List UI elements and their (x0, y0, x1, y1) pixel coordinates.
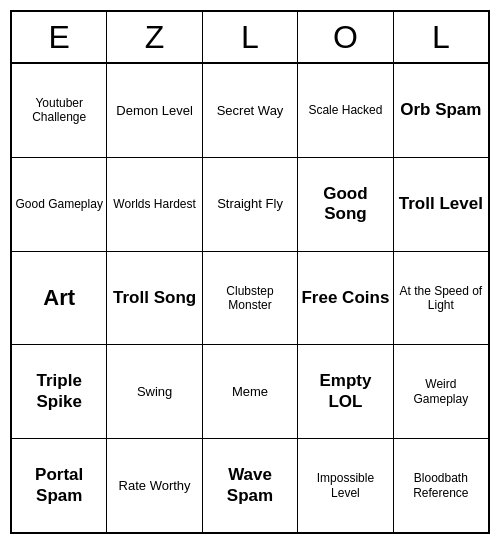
bingo-cell-3-2: Meme (203, 345, 298, 438)
bingo-cell-3-0: Triple Spike (12, 345, 107, 438)
bingo-cell-2-3: Free Coins (298, 252, 393, 345)
bingo-cell-1-2: Straight Fly (203, 158, 298, 251)
bingo-body: Youtuber ChallengeDemon LevelSecret WayS… (12, 64, 488, 532)
bingo-row-1: Good GameplayWorlds HardestStraight FlyG… (12, 158, 488, 252)
bingo-cell-0-4: Orb Spam (394, 64, 488, 157)
bingo-cell-4-4: Bloodbath Reference (394, 439, 488, 532)
bingo-cell-3-3: Empty LOL (298, 345, 393, 438)
bingo-cell-1-0: Good Gameplay (12, 158, 107, 251)
bingo-cell-2-2: Clubstep Monster (203, 252, 298, 345)
header-col-2: L (203, 12, 298, 64)
bingo-cell-1-3: Good Song (298, 158, 393, 251)
bingo-cell-0-1: Demon Level (107, 64, 202, 157)
bingo-cell-2-1: Troll Song (107, 252, 202, 345)
bingo-card: EZLOL Youtuber ChallengeDemon LevelSecre… (10, 10, 490, 534)
bingo-cell-2-0: Art (12, 252, 107, 345)
bingo-row-2: ArtTroll SongClubstep MonsterFree CoinsA… (12, 252, 488, 346)
bingo-cell-0-2: Secret Way (203, 64, 298, 157)
bingo-cell-3-1: Swing (107, 345, 202, 438)
bingo-cell-4-1: Rate Worthy (107, 439, 202, 532)
header-col-1: Z (107, 12, 202, 64)
bingo-cell-0-3: Scale Hacked (298, 64, 393, 157)
bingo-row-0: Youtuber ChallengeDemon LevelSecret WayS… (12, 64, 488, 158)
bingo-cell-3-4: Weird Gameplay (394, 345, 488, 438)
header-col-4: L (394, 12, 488, 64)
bingo-cell-4-0: Portal Spam (12, 439, 107, 532)
header-col-0: E (12, 12, 107, 64)
header-col-3: O (298, 12, 393, 64)
bingo-cell-4-3: Impossible Level (298, 439, 393, 532)
bingo-cell-2-4: At the Speed of Light (394, 252, 488, 345)
bingo-cell-1-1: Worlds Hardest (107, 158, 202, 251)
bingo-header: EZLOL (12, 12, 488, 64)
bingo-cell-4-2: Wave Spam (203, 439, 298, 532)
bingo-cell-1-4: Troll Level (394, 158, 488, 251)
bingo-cell-0-0: Youtuber Challenge (12, 64, 107, 157)
bingo-row-3: Triple SpikeSwingMemeEmpty LOLWeird Game… (12, 345, 488, 439)
bingo-row-4: Portal SpamRate WorthyWave SpamImpossibl… (12, 439, 488, 532)
